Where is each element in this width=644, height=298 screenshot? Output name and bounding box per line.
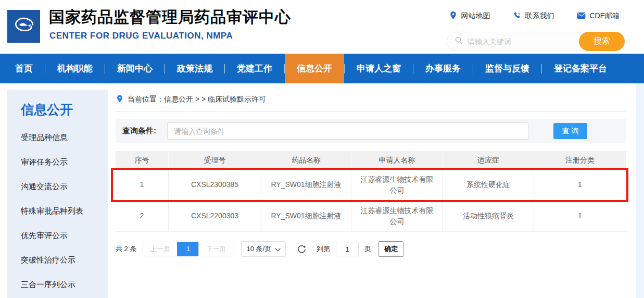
results-table: 序号 受理号 药品名称 申请人名称 适应症 注册分类 1 CXSL2300385… <box>116 151 626 232</box>
cde-logo-swirl-icon <box>10 12 37 41</box>
refresh-icon[interactable] <box>297 244 307 254</box>
sidebar-item-breakthrough-therapy[interactable]: 突破性治疗公示 <box>7 248 108 272</box>
cde-mail-label: CDE邮箱 <box>589 11 620 21</box>
chevron-down-icon <box>275 245 281 253</box>
sidebar-item-review-tasks[interactable]: 审评任务公示 <box>7 150 108 175</box>
nav-item-applicant-window[interactable]: 申请人之窗 <box>345 54 413 83</box>
cell-applicant: 江苏睿源生物技术有限公司 <box>351 201 443 231</box>
confirm-button[interactable]: 确定 <box>378 241 403 257</box>
page-unit-label: 页 <box>364 244 371 254</box>
sidebar: 信息公开 受理品种信息 审评任务公示 沟通交流公示 特殊审批品种列表 优先审评公… <box>7 90 108 298</box>
nav-item-party[interactable]: 党建工作 <box>225 54 284 83</box>
envelope-icon <box>577 12 586 21</box>
column-header-index: 序号 <box>116 151 169 169</box>
page-number-button[interactable]: 1 <box>177 242 199 256</box>
query-condition-label: 查询条件: <box>122 126 156 136</box>
header-search: 搜索 <box>447 32 625 51</box>
right-background-strip <box>636 83 644 298</box>
table-row: 2 CXSL2200303 RY_SW01细胞注射液 江苏睿源生物技术有限公司 … <box>116 201 626 232</box>
pagination: 共 2 条 上一页 1 下一页 10 条/页 到第 页 确定 <box>116 241 626 257</box>
column-header-registration-class: 注册分类 <box>534 151 626 169</box>
page-body: 信息公开 受理品种信息 审评任务公示 沟通交流公示 特殊审批品种列表 优先审评公… <box>0 83 644 298</box>
nav-item-news[interactable]: 新闻中心 <box>105 54 165 83</box>
nav-item-services[interactable]: 办事服务 <box>413 54 473 83</box>
column-header-applicant: 申请人名称 <box>351 151 443 169</box>
table-row: 1 CXSL2300385 RY_SW01细胞注射液 江苏睿源生物技术有限公司 … <box>116 169 626 201</box>
main-nav: 首页 机构职能 新闻中心 政策法规 党建工作 信息公开 申请人之窗 办事服务 监… <box>0 54 644 83</box>
sidebar-title: 信息公开 <box>21 101 108 118</box>
sitemap-label: 网站地图 <box>461 11 490 21</box>
total-count-label: 共 2 条 <box>116 244 136 254</box>
cell-applicant: 江苏睿源生物技术有限公司 <box>351 169 443 200</box>
page-size-select[interactable]: 10 条/页 <box>241 241 286 257</box>
nav-item-functions[interactable]: 机构职能 <box>45 54 105 83</box>
phone-icon <box>513 11 521 21</box>
column-header-drug-name: 药品名称 <box>261 151 351 169</box>
table-header-row: 序号 受理号 药品名称 申请人名称 适应症 注册分类 <box>116 151 626 169</box>
cell-indication: 系统性硬化症 <box>443 169 534 200</box>
header-search-button[interactable]: 搜索 <box>579 32 625 51</box>
header-quick-links: 网站地图 联系我们 CDE邮箱 <box>449 11 620 21</box>
cde-mail-link[interactable]: CDE邮箱 <box>577 11 620 21</box>
cell-registration-class: 1 <box>534 201 626 231</box>
query-condition-input[interactable] <box>167 122 528 140</box>
next-page-button[interactable]: 下一页 <box>198 242 233 256</box>
cell-acceptance-no: CXSL2200303 <box>169 201 261 231</box>
breadcrumb-text: 当前位置：信息公开 > > 临床试验默示许可 <box>128 95 266 104</box>
site-subtitle: CENTER FOR DRUG EVALUATION, NMPA <box>49 31 233 41</box>
contact-label: 联系我们 <box>525 11 554 21</box>
header-search-input[interactable] <box>463 38 579 46</box>
goto-page-label: 到第 <box>317 244 330 254</box>
cell-drug-name: RY_SW01细胞注射液 <box>261 169 351 200</box>
sitemap-link[interactable]: 网站地图 <box>449 11 490 21</box>
location-pin-icon <box>449 11 457 21</box>
search-icon <box>447 36 463 47</box>
page-size-value: 10 条/页 <box>246 244 271 254</box>
nav-item-home[interactable]: 首页 <box>3 54 45 83</box>
cde-logo <box>7 10 40 43</box>
breadcrumb-pin-icon <box>116 94 123 105</box>
cell-indication: 活动性狼疮肾炎 <box>443 201 534 231</box>
cell-registration-class: 1 <box>534 169 626 200</box>
nav-item-info-disclosure[interactable]: 信息公开 <box>285 54 344 83</box>
goto-page-input[interactable] <box>336 242 359 256</box>
sidebar-item-special-approval[interactable]: 特殊审批品种列表 <box>7 199 108 223</box>
breadcrumb: 当前位置：信息公开 > > 临床试验默示许可 <box>116 90 626 112</box>
site-header: 国家药品监督管理局药品审评中心 CENTER FOR DRUG EVALUATI… <box>0 0 644 54</box>
contact-link[interactable]: 联系我们 <box>513 11 554 21</box>
nav-item-registration-platform[interactable]: 登记备案平台 <box>542 54 619 83</box>
cell-acceptance-no: CXSL2300385 <box>169 169 261 200</box>
cell-drug-name: RY_SW01细胞注射液 <box>261 201 351 231</box>
query-button[interactable]: 查 询 <box>553 123 587 139</box>
column-header-acceptance-no: 受理号 <box>169 151 261 169</box>
sidebar-item-accepted-varieties[interactable]: 受理品种信息 <box>7 126 108 150</box>
nav-item-policy[interactable]: 政策法规 <box>165 54 224 83</box>
sidebar-item-three-in-one[interactable]: 三合一序列公示 <box>7 272 108 297</box>
cell-index: 2 <box>116 201 169 231</box>
cell-index: 1 <box>116 169 169 200</box>
sidebar-item-priority-review[interactable]: 优先审评公示 <box>7 223 108 248</box>
site-title: 国家药品监督管理局药品审评中心 <box>49 7 291 28</box>
query-bar: 查询条件: 查 询 <box>116 119 626 143</box>
main-panel: 当前位置：信息公开 > > 临床试验默示许可 查询条件: 查 询 序号 受理号 … <box>116 90 626 257</box>
sidebar-item-communication[interactable]: 沟通交流公示 <box>7 175 108 199</box>
prev-page-button[interactable]: 上一页 <box>143 242 178 256</box>
nav-item-supervision[interactable]: 监督与反馈 <box>473 54 541 83</box>
column-header-indication: 适应症 <box>443 151 534 169</box>
